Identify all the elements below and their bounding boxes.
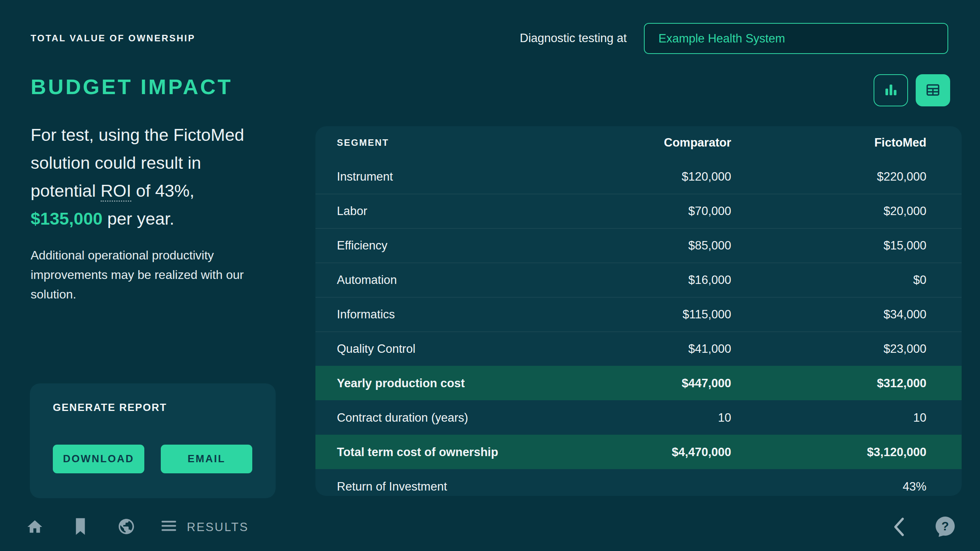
roi-summary-text: For test, using the FictoMed solution co…: [31, 121, 260, 233]
segment-column-header: SEGMENT: [337, 137, 570, 148]
table-row: Labor $70,000 $20,000: [315, 194, 962, 228]
generate-report-heading: GENERATE REPORT: [53, 402, 167, 414]
comparator-cell: $16,000: [570, 273, 731, 287]
table-icon: [925, 82, 941, 99]
savings-amount: $135,000: [31, 209, 103, 228]
table-row: Contract duration (years) 10 10: [315, 400, 962, 435]
fictomed-cell: $220,000: [731, 170, 926, 184]
page-title: BUDGET IMPACT: [31, 74, 233, 99]
hamburger-menu-icon: [161, 528, 177, 534]
facility-context-label: Diagnostic testing at: [520, 31, 627, 45]
table-row-total-yearly: Yearly production cost $447,000 $312,000: [315, 366, 962, 400]
table-row-roi: Return of Investment 43%: [315, 469, 962, 496]
fictomed-column-header: FictoMed: [731, 136, 926, 150]
segment-cell: Total term cost of ownership: [337, 445, 570, 459]
segment-cell: Efficiency: [337, 239, 570, 253]
table-row: Quality Control $41,000 $23,000: [315, 331, 962, 366]
table-view-toggle-button[interactable]: [916, 74, 950, 106]
svg-text:?: ?: [941, 519, 949, 533]
page-eyebrow: TOTAL VALUE OF OWNERSHIP: [31, 33, 195, 44]
segment-cell: Instrument: [337, 170, 570, 184]
table-header-row: SEGMENT Comparator FictoMed: [315, 126, 962, 159]
fictomed-cell: 10: [731, 411, 926, 425]
comparator-column-header: Comparator: [570, 136, 731, 150]
bookmark-icon: [73, 531, 88, 537]
help-button[interactable]: ?: [934, 516, 956, 539]
comparator-cell: $115,000: [570, 308, 731, 321]
segment-cell: Contract duration (years): [337, 411, 570, 425]
comparator-cell: $447,000: [570, 377, 731, 390]
table-row-total-term: Total term cost of ownership $4,470,000 …: [315, 435, 962, 469]
globe-icon: [117, 531, 136, 537]
fictomed-cell: $23,000: [731, 342, 926, 356]
fictomed-cell: $34,000: [731, 308, 926, 321]
home-button[interactable]: [26, 518, 44, 537]
results-nav-label[interactable]: RESULTS: [187, 520, 249, 534]
roi-term[interactable]: ROI: [101, 181, 131, 202]
facility-name-input[interactable]: [644, 23, 948, 54]
fictomed-cell: $15,000: [731, 239, 926, 253]
email-button[interactable]: EMAIL: [161, 445, 252, 473]
comparator-cell: $120,000: [570, 170, 731, 184]
summary-tail: per year.: [103, 209, 175, 228]
fictomed-cell: $312,000: [731, 377, 926, 390]
comparator-cell: $85,000: [570, 239, 731, 253]
bookmark-button[interactable]: [73, 517, 88, 537]
table-row: Instrument $120,000 $220,000: [315, 159, 962, 194]
comparator-cell: $70,000: [570, 204, 731, 218]
fictomed-cell: $20,000: [731, 204, 926, 218]
summary-mid: of 43%,: [131, 181, 194, 201]
language-button[interactable]: [117, 517, 136, 537]
chevron-left-icon: [892, 533, 906, 538]
segment-cell: Quality Control: [337, 342, 570, 356]
additional-note-text: Additional operational productivity impr…: [31, 246, 268, 304]
table-row: Efficiency $85,000 $15,000: [315, 228, 962, 262]
comparator-cell: $4,470,000: [570, 445, 731, 459]
comparator-cell: 10: [570, 411, 731, 425]
fictomed-cell: $0: [731, 273, 926, 287]
table-row: Informatics $115,000 $34,000: [315, 297, 962, 331]
back-button[interactable]: [892, 517, 906, 538]
help-icon: ?: [934, 533, 956, 539]
segment-cell: Labor: [337, 204, 570, 218]
home-icon: [26, 531, 44, 537]
budget-table: SEGMENT Comparator FictoMed Instrument $…: [315, 126, 962, 496]
chart-view-toggle-button[interactable]: [874, 74, 908, 106]
download-button[interactable]: DOWNLOAD: [53, 445, 144, 473]
segment-cell: Return of Investment: [337, 480, 570, 494]
segment-cell: Automation: [337, 273, 570, 287]
generate-report-card: GENERATE REPORT DOWNLOAD EMAIL: [30, 383, 276, 498]
fictomed-cell: 43%: [731, 480, 926, 494]
results-menu-button[interactable]: [161, 520, 177, 534]
segment-cell: Yearly production cost: [337, 377, 570, 390]
fictomed-cell: $3,120,000: [731, 445, 926, 459]
segment-cell: Informatics: [337, 308, 570, 321]
comparator-cell: $41,000: [570, 342, 731, 356]
table-row: Automation $16,000 $0: [315, 262, 962, 297]
bar-chart-icon: [883, 82, 899, 99]
